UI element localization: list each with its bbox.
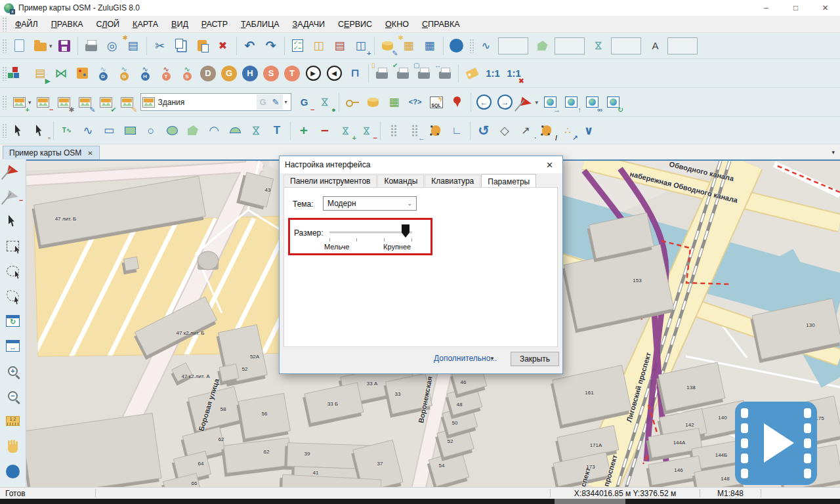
grid-snap[interactable]: ⣿← [404, 120, 425, 141]
dialog-close-icon[interactable]: ✕ [542, 160, 557, 170]
menu-задачи[interactable]: ЗАДАЧИ [286, 18, 331, 31]
filter-objects[interactable]: ⋈● [315, 92, 336, 113]
print-area-button[interactable]: ▢ [413, 63, 434, 84]
undo[interactable]: ↶ [240, 35, 261, 56]
dialog-tab-параметры[interactable]: Параметры [481, 174, 536, 188]
fill-style-button[interactable] [532, 35, 553, 56]
layer-edit-button[interactable]: ✎ [269, 94, 283, 110]
menu-таблица[interactable]: ТАБЛИЦА [234, 18, 286, 31]
edit-area-button[interactable] [425, 120, 446, 141]
layer-apply-button[interactable]: ✔ [96, 92, 117, 113]
scale-1-1-off[interactable]: 1:1✖ [503, 63, 524, 84]
print-map-button[interactable] [81, 35, 102, 56]
tab-close-icon[interactable]: ✕ [87, 150, 93, 157]
select-objects[interactable]: T∿ [56, 120, 77, 141]
dialog-title-bar[interactable]: Настройка интерфейса ✕ [280, 156, 562, 173]
select-circle-button[interactable] [3, 263, 24, 279]
table-find[interactable]: ▦ [419, 35, 440, 56]
layers-panel[interactable]: ◫ [308, 35, 329, 56]
layer-geo-button[interactable]: G [257, 94, 268, 110]
report[interactable]: ▤✱ [123, 35, 144, 56]
dialog-tab-команды[interactable]: Команды [377, 175, 424, 188]
task-scheduler[interactable]: ▤▶ [30, 63, 51, 84]
measure-tool-button[interactable]: 1 2 [3, 413, 24, 429]
draw-text[interactable]: Т [266, 120, 287, 141]
fill-style-box[interactable] [555, 37, 585, 54]
size-slider-track[interactable] [329, 232, 412, 234]
size-slider-thumb[interactable] [402, 224, 410, 238]
line-style-box[interactable] [498, 37, 528, 54]
step-chart[interactable]: ⊓ [345, 63, 366, 84]
minimize-button[interactable]: – [751, 0, 781, 16]
draw-polygon-button[interactable] [182, 120, 203, 141]
dialog-tab-клавиатура[interactable]: Клавиатура [425, 175, 480, 188]
vertex-remove[interactable]: − [314, 120, 335, 141]
redo[interactable]: ↷ [261, 35, 282, 56]
draw-symbol[interactable]: ⋈ [245, 120, 266, 141]
table-new[interactable]: ▦✱ [398, 35, 419, 56]
labels-tag-button[interactable] [461, 63, 482, 84]
print-preview[interactable]: ◎ [102, 35, 123, 56]
object-list-button[interactable] [287, 35, 308, 56]
zoom-in-button[interactable]: + [3, 364, 24, 379]
menu-файл[interactable]: ФАЙЛ [9, 18, 45, 31]
chart-s[interactable]: ∿S [177, 63, 198, 84]
mode-h-badge[interactable]: H [240, 63, 261, 84]
text-style-box[interactable] [667, 37, 698, 54]
report-list[interactable]: ▤ [329, 35, 350, 56]
print-scale-button[interactable]: ↔ [434, 63, 455, 84]
dialog-close-button[interactable]: Закрыть [511, 352, 559, 366]
grid[interactable]: ⣿ [383, 120, 404, 141]
mode-g-badge[interactable]: G [219, 63, 240, 84]
line-style[interactable]: ∿ [476, 35, 497, 56]
chart-d[interactable]: ∿D [93, 63, 114, 84]
menu-справка[interactable]: СПРАВКА [415, 18, 467, 31]
draw-rect[interactable]: ▭ [98, 120, 119, 141]
scale-1-1[interactable]: 1:1 [482, 63, 503, 84]
print-settings-button[interactable]: ✔ [392, 63, 413, 84]
chart-h[interactable]: ∿H [135, 63, 156, 84]
chart-g[interactable]: ∿G [114, 63, 135, 84]
find-by-key-button[interactable] [342, 92, 363, 113]
chevron-down-icon[interactable]: ▾ [283, 99, 289, 105]
find-in-db-button[interactable] [363, 92, 384, 113]
help-button[interactable] [446, 35, 467, 56]
new-window[interactable]: ◫+ [350, 35, 371, 56]
mode-d-badge[interactable]: D [198, 63, 219, 84]
link-geo-button[interactable]: ∞ [581, 92, 602, 113]
play-animation-button[interactable]: ▶ [303, 63, 324, 84]
disperse-objects[interactable]: ∴↗ [557, 120, 578, 141]
symbol-style-box[interactable] [611, 37, 641, 54]
menu-растр[interactable]: РАСТР [195, 18, 234, 31]
paste-button[interactable] [192, 35, 213, 56]
edit-nodes[interactable]: ◇ [494, 120, 515, 141]
find-by-legend[interactable]: ▦ [384, 92, 405, 113]
zoom-extent-button[interactable] [3, 338, 24, 354]
move-trajectory[interactable]: ↗∙ [515, 120, 536, 141]
nav-back-button[interactable]: ← [474, 92, 495, 113]
theme-select[interactable]: Модерн ⌄ [323, 196, 417, 211]
tab-map-osm[interactable]: Пример карты OSM ✕ [3, 146, 100, 159]
legend-editor-button[interactable] [9, 63, 30, 84]
advanced-link[interactable]: Дополнительно... [434, 354, 497, 363]
refresh-map-button[interactable] [3, 313, 24, 329]
menu-сервис[interactable]: СЕРВИС [331, 18, 379, 31]
snap-settings[interactable]: ∨ [578, 120, 599, 141]
export-geo-button[interactable]: → [539, 92, 560, 113]
symbol-style[interactable]: ⋈ [589, 35, 610, 56]
vertex-add[interactable]: + [293, 120, 314, 141]
rotate-object[interactable]: ↺ [473, 120, 494, 141]
find-address-button[interactable] [447, 92, 468, 113]
add-marker-button[interactable] [516, 92, 537, 113]
select-polygon-button[interactable] [3, 288, 24, 304]
maximize-button[interactable]: □ [781, 0, 810, 16]
layer-edit-button[interactable]: ✎ [75, 92, 96, 113]
select-tool-button[interactable] [3, 213, 24, 228]
layer-edit-style-button[interactable]: ✎ [117, 92, 138, 113]
save-map-button[interactable] [54, 35, 75, 56]
draw-chord-button[interactable] [224, 120, 245, 141]
mode-s-badge[interactable]: S [261, 63, 282, 84]
delete[interactable]: ✖ [213, 35, 234, 56]
rewind-animation-button[interactable]: ◀ [324, 63, 345, 84]
layer-remove-button[interactable]: − [33, 92, 54, 113]
